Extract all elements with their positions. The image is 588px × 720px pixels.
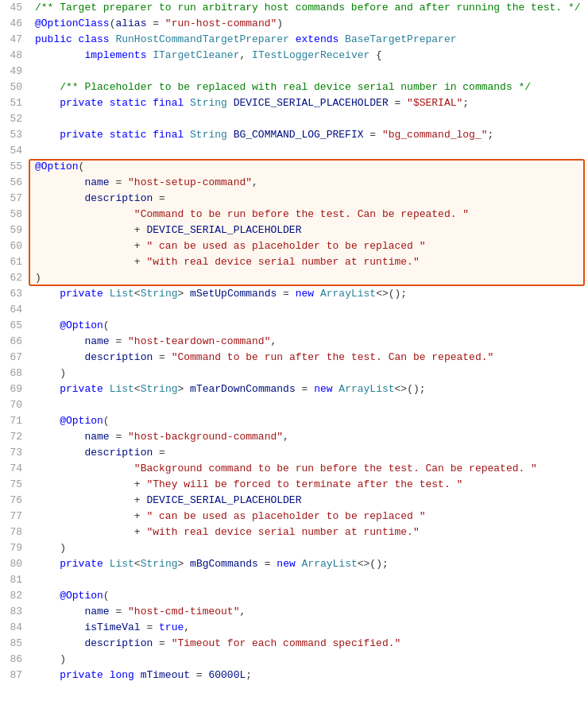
line-num-79: 79: [0, 540, 29, 556]
line-num-49: 49: [0, 64, 29, 79]
code-line-52: 52: [0, 111, 588, 127]
code-line-75: 75 + "They will be forced to terminate a…: [0, 477, 588, 493]
line-content-86: ): [29, 652, 588, 668]
line-num-48: 48: [0, 48, 29, 64]
line-content-59: + DEVICE_SERIAL_PLACEHOLDER: [29, 223, 588, 238]
line-content-55: @Option(: [29, 159, 588, 175]
line-num-59: 59: [0, 223, 29, 238]
code-line-49: 49: [0, 64, 588, 79]
code-line-87: 87 private long mTimeout = 60000L;: [0, 668, 588, 683]
line-num-69: 69: [0, 381, 29, 397]
code-line-69: 69 private List<String> mTearDownCommand…: [0, 381, 588, 397]
code-line-57: 57 description =: [0, 191, 588, 207]
code-line-64: 64: [0, 302, 588, 318]
line-content-47: public class RunHostCommandTargetPrepare…: [29, 32, 588, 48]
line-num-64: 64: [0, 302, 29, 318]
code-line-60: 60 + " can be used as placeholder to be …: [0, 238, 588, 254]
code-line-61: 61 + "with real device serial number at …: [0, 254, 588, 270]
code-line-83: 83 name = "host-cmd-timeout",: [0, 604, 588, 620]
code-line-48: 48 implements ITargetCleaner, ITestLogge…: [0, 48, 588, 64]
code-line-67: 67 description = "Command to be run afte…: [0, 350, 588, 366]
line-content-73: description =: [29, 445, 588, 461]
code-line-66: 66 name = "host-teardown-command",: [0, 334, 588, 350]
line-num-75: 75: [0, 477, 29, 493]
line-content-69: private List<String> mTearDownCommands =…: [29, 381, 588, 397]
line-content-63: private List<String> mSetUpCommands = ne…: [29, 286, 588, 302]
line-content-76: + DEVICE_SERIAL_PLACEHOLDER: [29, 493, 588, 509]
line-num-80: 80: [0, 556, 29, 572]
line-content-48: implements ITargetCleaner, ITestLoggerRe…: [29, 48, 588, 64]
line-content-51: private static final String DEVICE_SERIA…: [29, 95, 588, 111]
line-content-53: private static final String BG_COMMAND_L…: [29, 127, 588, 143]
code-line-79: 79 ): [0, 540, 588, 556]
line-content-82: @Option(: [29, 588, 588, 604]
code-line-53: 53 private static final String BG_COMMAN…: [0, 127, 588, 143]
line-num-66: 66: [0, 334, 29, 350]
line-content-75: + "They will be forced to terminate afte…: [29, 477, 588, 493]
line-num-53: 53: [0, 127, 29, 143]
line-content-79: ): [29, 540, 588, 556]
line-content-45: /** Target preparer to run arbitrary hos…: [29, 0, 588, 16]
code-editor: 45 /** Target preparer to run arbitrary …: [0, 0, 588, 720]
code-line-68: 68 ): [0, 366, 588, 381]
line-num-76: 76: [0, 493, 29, 509]
line-num-55: 55: [0, 159, 29, 175]
code-line-58: 58 "Command to be run before the test. C…: [0, 207, 588, 223]
code-line-76: 76 + DEVICE_SERIAL_PLACEHOLDER: [0, 493, 588, 509]
code-line-59: 59 + DEVICE_SERIAL_PLACEHOLDER: [0, 223, 588, 238]
line-num-73: 73: [0, 445, 29, 461]
code-line-70: 70: [0, 397, 588, 413]
code-line-47: 47 public class RunHostCommandTargetPrep…: [0, 32, 588, 48]
code-line-77: 77 + " can be used as placeholder to be …: [0, 509, 588, 525]
code-line-45: 45 /** Target preparer to run arbitrary …: [0, 0, 588, 16]
line-num-58: 58: [0, 207, 29, 223]
line-content-58: "Command to be run before the test. Can …: [29, 207, 588, 223]
line-num-60: 60: [0, 238, 29, 254]
code-line-56: 56 name = "host-setup-command",: [0, 175, 588, 191]
line-num-51: 51: [0, 95, 29, 111]
code-line-63: 63 private List<String> mSetUpCommands =…: [0, 286, 588, 302]
line-content-71: @Option(: [29, 413, 588, 429]
line-content-60: + " can be used as placeholder to be rep…: [29, 238, 588, 254]
code-line-73: 73 description =: [0, 445, 588, 461]
line-num-47: 47: [0, 32, 29, 48]
code-line-86: 86 ): [0, 652, 588, 668]
line-num-81: 81: [0, 572, 29, 588]
line-num-65: 65: [0, 318, 29, 334]
line-num-86: 86: [0, 652, 29, 668]
line-content-46: @OptionClass(alias = "run-host-command"): [29, 16, 588, 32]
line-num-87: 87: [0, 668, 29, 683]
line-content-87: private long mTimeout = 60000L;: [29, 668, 588, 683]
code-line-62: 62 ): [0, 270, 588, 286]
line-content-78: + "with real device serial number at run…: [29, 525, 588, 540]
line-num-54: 54: [0, 143, 29, 159]
line-num-52: 52: [0, 111, 29, 127]
line-content-67: description = "Command to be run after t…: [29, 350, 588, 366]
code-line-82: 82 @Option(: [0, 588, 588, 604]
line-content-68: ): [29, 366, 588, 381]
code-line-50: 50 /** Placeholder to be replaced with r…: [0, 79, 588, 95]
line-num-84: 84: [0, 620, 29, 636]
line-content-62: ): [29, 270, 588, 286]
line-num-46: 46: [0, 16, 29, 32]
line-num-71: 71: [0, 413, 29, 429]
line-content-84: isTimeVal = true,: [29, 620, 588, 636]
line-num-61: 61: [0, 254, 29, 270]
line-num-82: 82: [0, 588, 29, 604]
code-line-85: 85 description = "Timeout for each comma…: [0, 636, 588, 652]
code-line-65: 65 @Option(: [0, 318, 588, 334]
line-content-57: description =: [29, 191, 588, 207]
line-content-74: "Background command to be run before the…: [29, 461, 588, 477]
line-num-56: 56: [0, 175, 29, 191]
line-content-77: + " can be used as placeholder to be rep…: [29, 509, 588, 525]
code-line-51: 51 private static final String DEVICE_SE…: [0, 95, 588, 111]
code-line-72: 72 name = "host-background-command",: [0, 429, 588, 445]
line-num-74: 74: [0, 461, 29, 477]
code-line-54: 54: [0, 143, 588, 159]
line-num-72: 72: [0, 429, 29, 445]
line-content-66: name = "host-teardown-command",: [29, 334, 588, 350]
line-num-57: 57: [0, 191, 29, 207]
line-content-61: + "with real device serial number at run…: [29, 254, 588, 270]
code-line-46: 46 @OptionClass(alias = "run-host-comman…: [0, 16, 588, 32]
line-num-70: 70: [0, 397, 29, 413]
